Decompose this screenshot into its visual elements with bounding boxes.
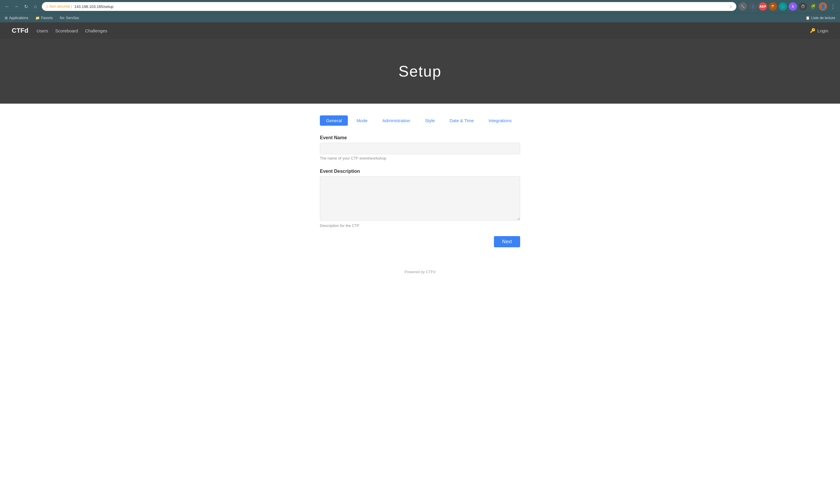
url-text: 143.198.103.185/setup: [74, 4, 727, 9]
setup-container: General Mode Administration Style Date &…: [314, 115, 526, 247]
warning-icon: ⚠: [46, 4, 49, 8]
folder-icon: 📁: [35, 16, 40, 20]
security-warning: ⚠ Non sécurisé |: [46, 4, 72, 8]
page-footer: Powered by CTFd: [0, 265, 840, 279]
ext-adblock[interactable]: ABP: [759, 2, 767, 11]
setup-tabs: General Mode Administration Style Date &…: [320, 115, 520, 126]
nav-link-users[interactable]: Users: [37, 28, 48, 33]
login-button[interactable]: 🔑 Login: [810, 28, 828, 33]
hero-section: Setup: [0, 39, 840, 104]
bookmarks-bar: ⊞ Applications 📁 Favoris N≡ ServSoc 📋 Li…: [0, 13, 840, 22]
event-name-input[interactable]: [320, 143, 520, 154]
tab-integrations[interactable]: Integrations: [482, 115, 518, 126]
bookmark-servsoc-label: ServSoc: [66, 16, 79, 20]
warning-text: Non sécurisé: [50, 4, 70, 8]
reading-list-icon: 📋: [806, 16, 810, 20]
tab-general[interactable]: General: [320, 115, 348, 126]
apps-icon: ⊞: [5, 16, 8, 20]
bookmark-applications[interactable]: ⊞ Applications: [3, 15, 30, 21]
browser-chrome: ← → ↻ ⌂ ⚠ Non sécurisé | 143.198.103.185…: [0, 0, 840, 22]
separator: |: [71, 4, 72, 8]
next-button[interactable]: Next: [494, 236, 520, 247]
tab-mode[interactable]: Mode: [350, 115, 374, 126]
ext-icon-7[interactable]: ⏱: [799, 2, 807, 11]
bookmark-servsoc[interactable]: N≡ ServSoc: [58, 15, 81, 21]
user-avatar[interactable]: 👤: [819, 2, 827, 11]
bookmark-favoris[interactable]: 📁 Favoris: [34, 15, 54, 21]
nav-links: Users Scoreboard Challenges: [37, 28, 107, 33]
event-description-group: Event Description Description for the CT…: [320, 169, 520, 228]
ctfd-navbar: CTFd Users Scoreboard Challenges 🔑 Login: [0, 22, 840, 39]
ext-icon-2[interactable]: 👤: [749, 2, 757, 11]
event-name-label: Event Name: [320, 135, 520, 140]
event-name-group: Event Name The name of your CTF event/wo…: [320, 135, 520, 160]
event-name-hint: The name of your CTF event/workshop: [320, 156, 520, 160]
browser-icons: 🔧 👤 ABP 📦 🌐 5 ⏱ 🧩 👤 ⋮: [739, 2, 837, 11]
event-description-label: Event Description: [320, 169, 520, 174]
ext-icon-1[interactable]: 🔧: [739, 2, 747, 11]
reading-list-btn[interactable]: 📋 Liste de lecture: [804, 15, 837, 21]
login-label: Login: [817, 28, 828, 33]
bookmark-favoris-label: Favoris: [41, 16, 53, 20]
form-actions: Next: [320, 236, 520, 247]
ext-icon-5[interactable]: 🌐: [779, 2, 787, 11]
browser-toolbar: ← → ↻ ⌂ ⚠ Non sécurisé | 143.198.103.185…: [0, 0, 840, 13]
powered-by-text: Powered by CTFd: [405, 270, 435, 274]
tab-administration[interactable]: Administration: [376, 115, 416, 126]
forward-button[interactable]: →: [12, 2, 21, 11]
tab-datetime[interactable]: Date & Time: [443, 115, 480, 126]
menu-button[interactable]: ⋮: [829, 2, 837, 11]
nav-link-challenges[interactable]: Challenges: [85, 28, 107, 33]
tab-style[interactable]: Style: [419, 115, 441, 126]
bookmark-star-icon[interactable]: ☆: [729, 4, 733, 9]
reading-list-label: Liste de lecture: [811, 16, 835, 20]
ext-icon-8[interactable]: 🧩: [809, 2, 817, 11]
refresh-button[interactable]: ↻: [22, 2, 30, 11]
bookmark-apps-label: Applications: [9, 16, 28, 20]
login-icon: 🔑: [810, 28, 816, 33]
ctfd-logo[interactable]: CTFd: [12, 27, 28, 34]
ext-icon-4[interactable]: 📦: [769, 2, 777, 11]
home-button[interactable]: ⌂: [31, 2, 39, 11]
back-button[interactable]: ←: [3, 2, 11, 11]
nav-link-scoreboard[interactable]: Scoreboard: [55, 28, 78, 33]
nav-buttons: ← → ↻ ⌂: [3, 2, 39, 11]
address-bar[interactable]: ⚠ Non sécurisé | 143.198.103.185/setup ☆: [42, 2, 736, 11]
event-description-input[interactable]: [320, 176, 520, 220]
event-description-hint: Description for the CTF: [320, 223, 520, 228]
page-title: Setup: [398, 62, 442, 80]
profile-icon[interactable]: 5: [789, 2, 797, 11]
main-content: General Mode Administration Style Date &…: [0, 104, 840, 265]
servsoc-icon: N≡: [60, 16, 65, 20]
nav-left: CTFd Users Scoreboard Challenges: [12, 27, 107, 34]
